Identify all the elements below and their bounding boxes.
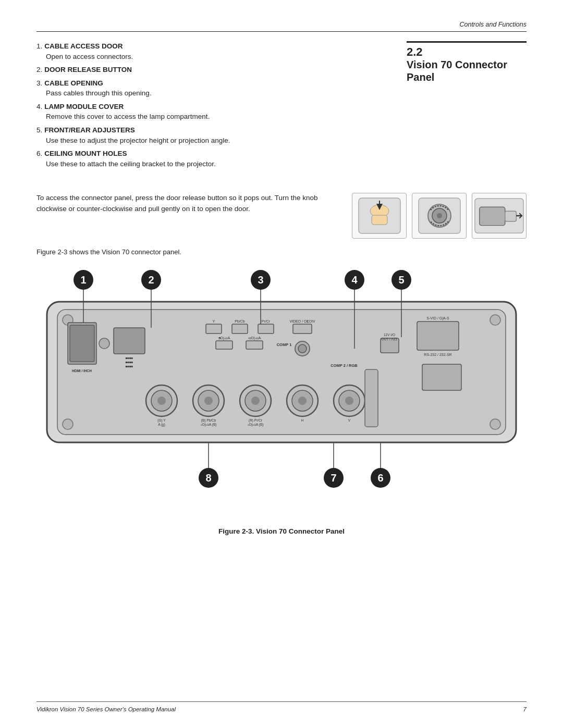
svg-text:8: 8 — [205, 472, 211, 484]
svg-rect-8 — [480, 207, 505, 226]
svg-text:OUT / ΛΖ1: OUT / ΛΖ1 — [382, 337, 398, 341]
intro-paragraph: To access the connector panel, press the… — [36, 193, 341, 215]
item-label-4: LAMP MODULE COVER — [44, 103, 124, 110]
svg-rect-79 — [365, 369, 378, 427]
instruction-images — [352, 193, 527, 239]
list-item-1: 1.CABLE ACCESS DOOR Open to access conne… — [36, 41, 334, 61]
connector-panel-diagram: 1 2 3 4 5 HDMI / IHCH — [36, 265, 527, 522]
svg-rect-80 — [422, 364, 461, 390]
svg-text:(G) Y: (G) Y — [157, 418, 166, 423]
svg-text:RS-232 / 232-SR: RS-232 / 232-SR — [424, 353, 451, 356]
svg-text:COMP 1: COMP 1 — [277, 342, 292, 347]
svg-point-23 — [490, 315, 500, 325]
svg-rect-35 — [206, 324, 222, 334]
item-label-5: FRONT/REAR ADJUSTERS — [44, 126, 135, 134]
connector-intro-section: To access the connector panel, press the… — [36, 193, 527, 239]
svg-rect-9 — [505, 211, 517, 221]
step-image-3 — [472, 193, 527, 239]
svg-rect-45 — [246, 341, 263, 349]
svg-text:12V I/O: 12V I/O — [384, 333, 395, 337]
svg-text:5: 5 — [398, 274, 404, 286]
svg-point-73 — [298, 397, 307, 405]
svg-text:ₑO|ₐuA (B): ₑO|ₐuA (B) — [248, 423, 264, 427]
svg-text:H: H — [301, 418, 304, 422]
section-22-header: 2.2 Vision 70 Connector Panel — [407, 41, 527, 83]
svg-point-6 — [437, 213, 442, 218]
svg-text:ₜuO|ₐuA: ₜuO|ₐuA — [248, 336, 261, 340]
item-desc-6: Use these to attach the ceiling bracket … — [46, 159, 334, 169]
svg-point-24 — [63, 419, 73, 429]
svg-rect-30 — [114, 328, 145, 354]
item-desc-5: Use these to adjust the projector height… — [46, 135, 334, 146]
svg-rect-43 — [216, 341, 232, 349]
svg-text:Pr/Cr: Pr/Cr — [262, 319, 271, 323]
section-header: Controls and Functions — [36, 21, 527, 28]
svg-point-77 — [345, 397, 353, 405]
list-item-6: 6.CEILING MOUNT HOLES Use these to attac… — [36, 149, 334, 169]
svg-rect-37 — [232, 324, 248, 334]
svg-rect-41 — [293, 324, 312, 334]
item-label-3: CABLE OPENING — [44, 79, 103, 87]
svg-text:COMP 2 / RGB: COMP 2 / RGB — [331, 363, 358, 368]
footer-manual-title: Vidikron Vision 70 Series Owner's Operat… — [36, 706, 176, 712]
svg-text:(R) Pr/Cr: (R) Pr/Cr — [249, 418, 263, 423]
page-footer: Vidikron Vision 70 Series Owner's Operat… — [36, 701, 527, 712]
item-desc-3: Pass cables through this opening. — [46, 88, 334, 98]
svg-text:4: 4 — [351, 274, 358, 286]
svg-text:■■■■: ■■■■ — [126, 356, 133, 360]
list-item-3: 3.CABLE OPENING Pass cables through this… — [36, 78, 334, 98]
svg-rect-39 — [258, 324, 274, 334]
svg-point-25 — [490, 419, 500, 429]
svg-text:ɘO|ₐuA: ɘO|ₐuA — [218, 336, 230, 340]
item-desc-4: Remove this cover to access the lamp com… — [46, 112, 334, 122]
svg-text:Pb/Cb: Pb/Cb — [235, 319, 245, 323]
svg-rect-2 — [372, 215, 387, 225]
item-label-2: DOOR RELEASE BUTTON — [44, 66, 132, 73]
figure-label: Figure 2-3. Vision 70 Connector Panel — [36, 527, 527, 535]
svg-text:Y: Y — [212, 319, 215, 324]
svg-rect-49 — [417, 322, 459, 350]
connector-panel-svg: 1 2 3 4 5 HDMI / IHCH — [36, 265, 527, 521]
item-desc-1: Open to access connectors. — [46, 52, 334, 62]
svg-rect-27 — [70, 325, 94, 362]
step-image-1 — [352, 193, 407, 239]
svg-text:7: 7 — [331, 472, 336, 484]
svg-text:S-VID / G|A-S: S-VID / G|A-S — [426, 316, 449, 320]
item-label-6: CEILING MOUNT HOLES — [44, 150, 127, 157]
svg-text:HDMI / IHCH: HDMI / IHCH — [72, 369, 92, 373]
svg-point-48 — [298, 344, 307, 353]
svg-text:A (g): A (g) — [158, 423, 165, 427]
item-label-1: CABLE ACCESS DOOR — [44, 42, 123, 50]
list-item-2: 2.DOOR RELEASE BUTTON — [36, 65, 334, 75]
svg-point-68 — [251, 397, 260, 405]
page-number: 7 — [523, 706, 527, 712]
svg-point-58 — [157, 397, 166, 405]
svg-text:V: V — [348, 418, 351, 422]
section-title: Vision 70 Connector Panel — [407, 58, 527, 83]
svg-text:6: 6 — [377, 472, 383, 484]
features-list: 1.CABLE ACCESS DOOR Open to access conne… — [36, 41, 334, 169]
svg-point-29 — [99, 338, 109, 349]
figure-intro-caption: Figure 2-3 shows the Vision 70 connector… — [36, 248, 527, 256]
svg-text:1: 1 — [80, 274, 86, 286]
svg-text:VIDEO / OƐOIV: VIDEO / OƐOIV — [289, 319, 315, 323]
svg-text:■■■■: ■■■■ — [126, 361, 133, 364]
svg-point-63 — [204, 397, 213, 405]
svg-text:(B) Pb/Cb: (B) Pb/Cb — [201, 418, 216, 423]
header-divider — [36, 31, 527, 32]
list-item-5: 5.FRONT/REAR ADJUSTERS Use these to adju… — [36, 125, 334, 145]
list-item-4: 4.LAMP MODULE COVER Remove this cover to… — [36, 102, 334, 122]
svg-text:ₑO|ₐuA (B): ₑO|ₐuA (B) — [201, 423, 217, 427]
section-number: 2.2 — [407, 46, 527, 58]
step-image-2 — [412, 193, 467, 239]
svg-text:3: 3 — [258, 274, 263, 286]
svg-text:2: 2 — [148, 274, 154, 286]
svg-text:■■■■: ■■■■ — [126, 365, 133, 368]
